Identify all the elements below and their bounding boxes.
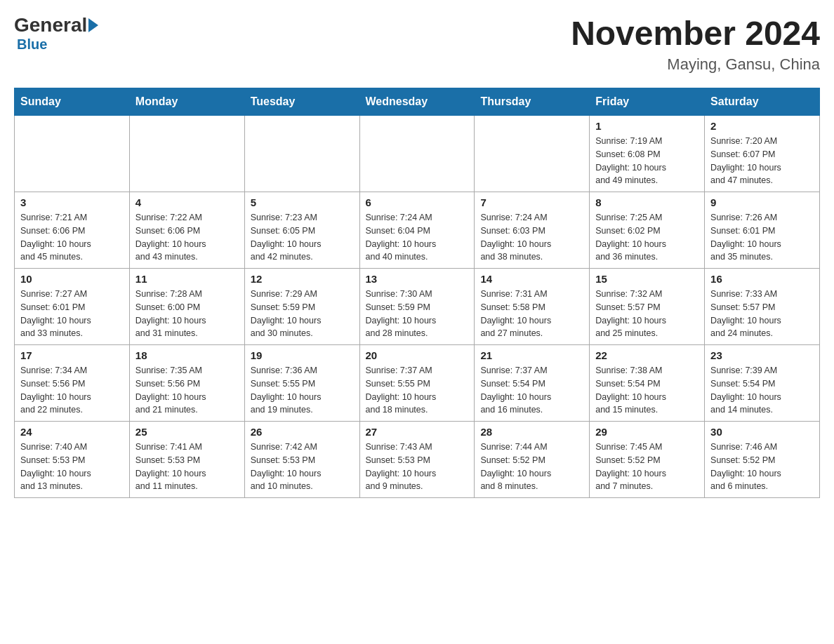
day-info: Sunrise: 7:45 AM Sunset: 5:52 PM Dayligh… [595,441,699,493]
calendar-week-row: 1Sunrise: 7:19 AM Sunset: 6:08 PM Daylig… [15,116,820,192]
calendar-day-cell: 16Sunrise: 7:33 AM Sunset: 5:57 PM Dayli… [705,269,820,345]
day-number: 15 [595,273,699,285]
day-info: Sunrise: 7:37 AM Sunset: 5:55 PM Dayligh… [366,364,469,417]
day-info: Sunrise: 7:19 AM Sunset: 6:08 PM Dayligh… [595,135,699,187]
calendar-day-cell: 17Sunrise: 7:34 AM Sunset: 5:56 PM Dayli… [15,345,130,422]
day-number: 16 [710,273,814,285]
calendar-day-cell: 10Sunrise: 7:27 AM Sunset: 6:01 PM Dayli… [15,269,130,345]
day-info: Sunrise: 7:25 AM Sunset: 6:02 PM Dayligh… [595,211,699,264]
calendar-day-cell [129,116,244,192]
day-info: Sunrise: 7:41 AM Sunset: 5:53 PM Dayligh… [135,441,239,493]
calendar-day-cell: 13Sunrise: 7:30 AM Sunset: 5:59 PM Dayli… [359,269,475,345]
day-info: Sunrise: 7:38 AM Sunset: 5:54 PM Dayligh… [595,364,699,417]
calendar-day-cell: 22Sunrise: 7:38 AM Sunset: 5:54 PM Dayli… [590,345,705,422]
day-number: 3 [20,196,124,208]
calendar-table: SundayMondayTuesdayWednesdayThursdayFrid… [14,88,820,498]
calendar-week-row: 17Sunrise: 7:34 AM Sunset: 5:56 PM Dayli… [15,345,820,422]
day-number: 21 [480,349,583,361]
header: General Blue November 2024 Maying, Gansu… [14,14,820,74]
calendar-header-row: SundayMondayTuesdayWednesdayThursdayFrid… [15,88,820,116]
day-info: Sunrise: 7:31 AM Sunset: 5:58 PM Dayligh… [480,288,583,340]
calendar-day-cell [475,116,590,192]
day-info: Sunrise: 7:30 AM Sunset: 5:59 PM Dayligh… [366,288,469,340]
day-number: 14 [480,273,583,285]
calendar-day-cell: 14Sunrise: 7:31 AM Sunset: 5:58 PM Dayli… [475,269,590,345]
day-number: 2 [710,120,814,132]
day-info: Sunrise: 7:35 AM Sunset: 5:56 PM Dayligh… [135,364,239,417]
day-of-week-header: Monday [129,88,244,116]
day-number: 12 [251,273,354,285]
day-info: Sunrise: 7:23 AM Sunset: 6:05 PM Dayligh… [251,211,354,264]
calendar-day-cell: 15Sunrise: 7:32 AM Sunset: 5:57 PM Dayli… [590,269,705,345]
day-of-week-header: Wednesday [359,88,475,116]
day-of-week-header: Sunday [15,88,130,116]
day-info: Sunrise: 7:36 AM Sunset: 5:55 PM Dayligh… [251,364,354,417]
day-info: Sunrise: 7:22 AM Sunset: 6:06 PM Dayligh… [135,211,239,264]
day-info: Sunrise: 7:46 AM Sunset: 5:52 PM Dayligh… [710,441,814,493]
calendar-day-cell: 8Sunrise: 7:25 AM Sunset: 6:02 PM Daylig… [590,192,705,269]
calendar-day-cell: 4Sunrise: 7:22 AM Sunset: 6:06 PM Daylig… [129,192,244,269]
calendar-day-cell [244,116,359,192]
day-number: 1 [595,120,699,132]
day-info: Sunrise: 7:21 AM Sunset: 6:06 PM Dayligh… [20,211,124,264]
day-number: 5 [251,196,354,208]
day-number: 9 [710,196,814,208]
calendar-day-cell: 29Sunrise: 7:45 AM Sunset: 5:52 PM Dayli… [590,422,705,498]
day-number: 23 [710,349,814,361]
day-info: Sunrise: 7:26 AM Sunset: 6:01 PM Dayligh… [710,211,814,264]
calendar-day-cell: 23Sunrise: 7:39 AM Sunset: 5:54 PM Dayli… [705,345,820,422]
location-subtitle: Maying, Gansu, China [571,55,820,74]
day-number: 19 [251,349,354,361]
day-number: 17 [20,349,124,361]
calendar-day-cell: 25Sunrise: 7:41 AM Sunset: 5:53 PM Dayli… [129,422,244,498]
day-info: Sunrise: 7:33 AM Sunset: 5:57 PM Dayligh… [710,288,814,340]
day-number: 6 [366,196,469,208]
day-info: Sunrise: 7:40 AM Sunset: 5:53 PM Dayligh… [20,441,124,493]
day-number: 4 [135,196,239,208]
calendar-day-cell: 9Sunrise: 7:26 AM Sunset: 6:01 PM Daylig… [705,192,820,269]
logo: General Blue [14,14,100,53]
day-info: Sunrise: 7:27 AM Sunset: 6:01 PM Dayligh… [20,288,124,340]
day-number: 27 [366,426,469,438]
day-of-week-header: Thursday [475,88,590,116]
calendar-day-cell: 26Sunrise: 7:42 AM Sunset: 5:53 PM Dayli… [244,422,359,498]
day-number: 8 [595,196,699,208]
day-info: Sunrise: 7:24 AM Sunset: 6:04 PM Dayligh… [366,211,469,264]
day-info: Sunrise: 7:28 AM Sunset: 6:00 PM Dayligh… [135,288,239,340]
calendar-day-cell: 2Sunrise: 7:20 AM Sunset: 6:07 PM Daylig… [705,116,820,192]
day-info: Sunrise: 7:29 AM Sunset: 5:59 PM Dayligh… [251,288,354,340]
calendar-day-cell: 5Sunrise: 7:23 AM Sunset: 6:05 PM Daylig… [244,192,359,269]
calendar-day-cell: 19Sunrise: 7:36 AM Sunset: 5:55 PM Dayli… [244,345,359,422]
logo-blue-text: Blue [17,36,47,53]
logo-arrow-icon [88,18,98,32]
day-info: Sunrise: 7:43 AM Sunset: 5:53 PM Dayligh… [366,441,469,493]
day-number: 22 [595,349,699,361]
day-number: 29 [595,426,699,438]
calendar-day-cell: 24Sunrise: 7:40 AM Sunset: 5:53 PM Dayli… [15,422,130,498]
main-title: November 2024 [571,14,820,53]
calendar-day-cell: 20Sunrise: 7:37 AM Sunset: 5:55 PM Dayli… [359,345,475,422]
day-info: Sunrise: 7:44 AM Sunset: 5:52 PM Dayligh… [480,441,583,493]
calendar-week-row: 3Sunrise: 7:21 AM Sunset: 6:06 PM Daylig… [15,192,820,269]
calendar-week-row: 10Sunrise: 7:27 AM Sunset: 6:01 PM Dayli… [15,269,820,345]
day-info: Sunrise: 7:20 AM Sunset: 6:07 PM Dayligh… [710,135,814,187]
calendar-day-cell: 1Sunrise: 7:19 AM Sunset: 6:08 PM Daylig… [590,116,705,192]
day-info: Sunrise: 7:34 AM Sunset: 5:56 PM Dayligh… [20,364,124,417]
day-number: 26 [251,426,354,438]
calendar-day-cell [359,116,475,192]
calendar-day-cell: 27Sunrise: 7:43 AM Sunset: 5:53 PM Dayli… [359,422,475,498]
day-number: 20 [366,349,469,361]
calendar-week-row: 24Sunrise: 7:40 AM Sunset: 5:53 PM Dayli… [15,422,820,498]
day-of-week-header: Friday [590,88,705,116]
day-number: 18 [135,349,239,361]
day-of-week-header: Tuesday [244,88,359,116]
calendar-day-cell: 11Sunrise: 7:28 AM Sunset: 6:00 PM Dayli… [129,269,244,345]
day-number: 30 [710,426,814,438]
calendar-day-cell: 7Sunrise: 7:24 AM Sunset: 6:03 PM Daylig… [475,192,590,269]
day-info: Sunrise: 7:24 AM Sunset: 6:03 PM Dayligh… [480,211,583,264]
day-info: Sunrise: 7:32 AM Sunset: 5:57 PM Dayligh… [595,288,699,340]
day-number: 25 [135,426,239,438]
calendar-day-cell: 12Sunrise: 7:29 AM Sunset: 5:59 PM Dayli… [244,269,359,345]
calendar-day-cell: 6Sunrise: 7:24 AM Sunset: 6:04 PM Daylig… [359,192,475,269]
logo-general-text: General [14,14,87,36]
